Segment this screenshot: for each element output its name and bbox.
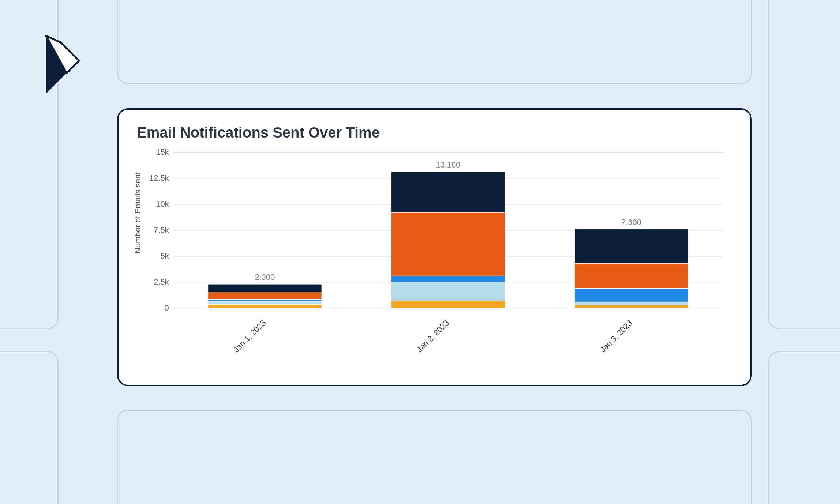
svg-text:12.5k: 12.5k <box>149 173 169 183</box>
svg-text:7.5k: 7.5k <box>154 225 169 234</box>
svg-rect-30 <box>574 305 688 308</box>
chart-card: Email Notifications Sent Over Time Numbe… <box>117 108 752 386</box>
bg-panel-right-a <box>768 0 840 329</box>
svg-text:5k: 5k <box>160 251 169 260</box>
svg-rect-16 <box>208 304 322 308</box>
svg-rect-20 <box>208 284 322 292</box>
svg-rect-18 <box>208 299 322 301</box>
svg-rect-34 <box>574 229 688 264</box>
svg-text:Jan 1, 2023: Jan 1, 2023 <box>232 318 268 354</box>
svg-rect-26 <box>391 212 505 276</box>
stacked-bar-chart: 02.5k5k7.5k10k12.5k15k2.300Jan 1, 202313… <box>137 144 732 378</box>
svg-text:15k: 15k <box>156 147 169 157</box>
svg-rect-24 <box>391 282 505 301</box>
bg-panel-left-b <box>0 351 59 504</box>
chart-area: Number of Emails sent 02.5k5k7.5k10k12.5… <box>137 144 732 378</box>
svg-text:7.600: 7.600 <box>621 218 641 227</box>
svg-rect-33 <box>574 263 688 288</box>
bg-panel-right-b <box>768 351 840 504</box>
svg-rect-19 <box>208 292 322 299</box>
svg-text:2.5k: 2.5k <box>154 277 169 286</box>
svg-rect-27 <box>391 172 505 212</box>
svg-rect-31 <box>574 302 688 305</box>
svg-text:Jan 2, 2023: Jan 2, 2023 <box>415 318 451 354</box>
svg-rect-32 <box>574 288 688 302</box>
svg-rect-23 <box>391 301 505 308</box>
chart-title: Email Notifications Sent Over Time <box>137 124 732 141</box>
y-axis-label: Number of Emails sent <box>133 172 143 253</box>
svg-text:13.100: 13.100 <box>436 160 460 169</box>
bg-panel-top <box>117 0 752 84</box>
svg-text:2.300: 2.300 <box>255 272 275 282</box>
bg-panel-bottom <box>117 410 752 504</box>
logo-icon <box>41 32 81 96</box>
svg-rect-25 <box>391 276 505 282</box>
svg-text:10k: 10k <box>156 199 169 208</box>
svg-text:0: 0 <box>164 303 169 312</box>
svg-rect-17 <box>208 301 322 305</box>
svg-text:Jan 3, 2023: Jan 3, 2023 <box>598 318 634 354</box>
